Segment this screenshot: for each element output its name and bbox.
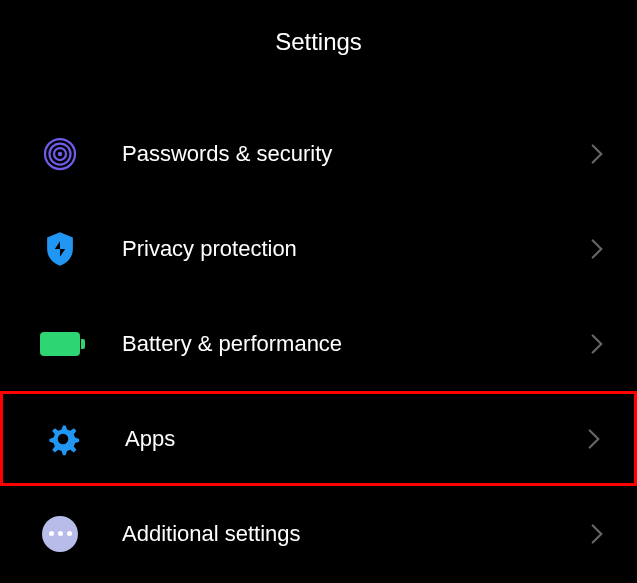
settings-item-apps[interactable]: Apps [0, 391, 637, 486]
chevron-right-icon [587, 139, 607, 169]
chevron-right-icon [587, 329, 607, 359]
svg-point-3 [58, 151, 63, 156]
settings-item-label: Privacy protection [122, 236, 587, 262]
settings-item-additional-settings[interactable]: Additional settings [0, 486, 637, 581]
page-title: Settings [0, 28, 637, 56]
settings-header: Settings [0, 0, 637, 56]
settings-item-label: Apps [125, 426, 584, 452]
settings-item-privacy-protection[interactable]: Privacy protection [0, 201, 637, 296]
fingerprint-icon [40, 134, 80, 174]
settings-item-battery-performance[interactable]: Battery & performance [0, 296, 637, 391]
settings-item-passwords-security[interactable]: Passwords & security [0, 106, 637, 201]
more-dots-icon [40, 514, 80, 554]
settings-item-label: Battery & performance [122, 331, 587, 357]
settings-item-label: Additional settings [122, 521, 587, 547]
battery-icon [40, 324, 80, 364]
shield-icon [40, 229, 80, 269]
chevron-right-icon [584, 424, 604, 454]
chevron-right-icon [587, 519, 607, 549]
settings-list: Passwords & security Privacy protection … [0, 56, 637, 581]
chevron-right-icon [587, 234, 607, 264]
settings-item-label: Passwords & security [122, 141, 587, 167]
gear-icon [43, 419, 83, 459]
svg-point-4 [58, 433, 69, 444]
